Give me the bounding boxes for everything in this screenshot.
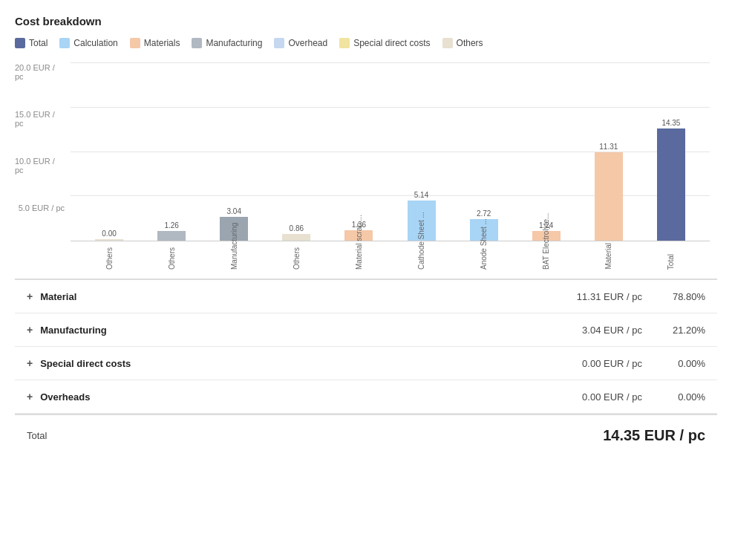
legend-label-materials: Materials: [144, 38, 180, 48]
y-label-1: 15.0 EUR / pc: [15, 110, 65, 128]
x-labels: OthersOthersManufacturingOthersMaterial …: [71, 241, 710, 271]
cost-row-1[interactable]: +Manufacturing3.04 EUR / pc21.20%: [15, 313, 717, 347]
bar-value-label-9: 14.35: [661, 119, 680, 127]
cost-row-value-2: 0.00 EUR / pc: [582, 358, 642, 369]
legend-swatch-others: [442, 38, 453, 48]
cost-table: +Material11.31 EUR / pc78.80%+Manufactur…: [15, 279, 717, 414]
legend-label-total: Total: [29, 38, 48, 48]
expand-icon-1[interactable]: +: [27, 324, 33, 336]
legend-swatch-manufacturing: [192, 38, 202, 48]
chart-area: 20.0 EUR / pc15.0 EUR / pc10.0 EUR / pc5…: [15, 63, 717, 271]
bar-value-label-5: 5.14: [414, 191, 428, 199]
cost-row-value-0: 11.31 EUR / pc: [577, 291, 642, 302]
x-label-item-6: Anode Sheet ...: [453, 241, 515, 271]
page-container: Cost breakdown TotalCalculationMaterials…: [15, 15, 717, 456]
legend-label-manufacturing: Manufacturing: [206, 38, 262, 48]
x-label-text-8: Material: [604, 243, 612, 270]
legend-item-special-direct-costs: Special direct costs: [339, 38, 430, 48]
cost-row-percent-0: 78.80%: [664, 291, 705, 302]
bars-container: 0.001.263.040.861.365.142.721.2411.3114.…: [71, 63, 710, 241]
bar-rect-8: [595, 152, 623, 241]
bar-value-label-8: 11.31: [599, 143, 618, 151]
y-label-2: 10.0 EUR / pc: [15, 157, 65, 175]
bar-8: 11.31: [595, 143, 623, 241]
expand-icon-0[interactable]: +: [27, 290, 33, 302]
cost-row-percent-3: 0.00%: [664, 391, 705, 403]
x-label-item-1: Others: [140, 241, 203, 271]
legend-swatch-materials: [130, 38, 140, 48]
total-value: 14.35 EUR / pc: [603, 427, 705, 444]
y-axis: 20.0 EUR / pc15.0 EUR / pc10.0 EUR / pc5…: [15, 63, 71, 241]
x-label-item-8: Material: [578, 241, 640, 271]
x-label-item-5: Cathode Sheet ...: [390, 241, 452, 271]
x-label-item-0: Others: [78, 241, 140, 271]
legend-label-special-direct-costs: Special direct costs: [353, 38, 430, 48]
bar-value-label-1: 1.26: [164, 221, 178, 229]
expand-icon-3[interactable]: +: [27, 391, 33, 403]
x-label-text-7: BAT Electrolyte...: [542, 241, 550, 270]
bar-group-0: 0.00: [78, 63, 140, 241]
x-label-text-2: Manufacturing: [230, 241, 238, 270]
legend-swatch-total: [15, 38, 25, 48]
bar-rect-3: [282, 234, 310, 241]
bar-rect-0: [95, 239, 123, 241]
legend-item-calculation: Calculation: [59, 38, 117, 48]
legend-swatch-calculation: [59, 38, 70, 48]
bar-value-label-0: 0.00: [102, 229, 116, 238]
legend-swatch-overhead: [274, 38, 284, 48]
total-label: Total: [27, 430, 603, 441]
bar-value-label-2: 3.04: [227, 207, 241, 215]
x-label-text-6: Anode Sheet ...: [480, 241, 488, 270]
cost-row-3[interactable]: +Overheads0.00 EUR / pc0.00%: [15, 380, 717, 414]
legend-item-total: Total: [15, 38, 48, 48]
legend-swatch-special-direct-costs: [339, 38, 350, 48]
cost-row-value-1: 3.04 EUR / pc: [582, 325, 642, 336]
page-title: Cost breakdown: [15, 15, 717, 27]
bar-3: 0.86: [282, 224, 310, 241]
legend-item-materials: Materials: [130, 38, 180, 48]
x-label-text-4: Material scrap ...: [355, 241, 363, 270]
legend-item-overhead: Overhead: [274, 38, 327, 48]
y-label-3: 5.0 EUR / pc: [19, 204, 65, 212]
bar-group-1: 1.26: [140, 63, 203, 241]
x-label-item-4: Material scrap ...: [327, 241, 390, 271]
bar-value-label-6: 2.72: [477, 209, 491, 218]
cost-row-percent-2: 0.00%: [664, 358, 705, 369]
x-label-text-3: Others: [293, 247, 301, 270]
legend-item-manufacturing: Manufacturing: [192, 38, 262, 48]
bar-group-8: 11.31: [578, 63, 640, 241]
chart-plot: 0.001.263.040.861.365.142.721.2411.3114.…: [71, 63, 710, 241]
x-label-item-2: Manufacturing: [203, 241, 265, 271]
cost-row-label-3: Overheads: [40, 391, 582, 403]
bar-value-label-3: 0.86: [290, 224, 304, 232]
bar-group-2: 3.04: [203, 63, 265, 241]
cost-row-label-0: Material: [40, 291, 577, 302]
bar-1: 1.26: [157, 221, 186, 241]
cost-row-0[interactable]: +Material11.31 EUR / pc78.80%: [15, 280, 717, 313]
bar-group-9: 14.35: [640, 63, 702, 241]
total-row: Total 14.35 EUR / pc: [15, 414, 717, 456]
legend-label-overhead: Overhead: [288, 38, 327, 48]
legend-label-calculation: Calculation: [73, 38, 117, 48]
legend: TotalCalculationMaterialsManufacturingOv…: [15, 38, 717, 48]
legend-label-others: Others: [457, 38, 483, 48]
bar-0: 0.00: [95, 229, 123, 241]
x-label-item-3: Others: [265, 241, 327, 271]
cost-row-label-2: Special direct costs: [40, 358, 582, 369]
y-label-0: 20.0 EUR / pc: [15, 63, 65, 81]
x-label-text-9: Total: [667, 254, 675, 270]
bar-rect-1: [157, 231, 186, 241]
bar-rect-9: [657, 128, 685, 241]
cost-row-label-1: Manufacturing: [40, 325, 582, 336]
x-label-text-1: Others: [168, 247, 176, 270]
bar-group-3: 0.86: [265, 63, 327, 241]
x-label-item-9: Total: [640, 241, 702, 271]
bar-9: 14.35: [657, 119, 685, 241]
bar-group-6: 2.72: [453, 63, 515, 241]
x-label-text-5: Cathode Sheet ...: [417, 241, 425, 270]
cost-row-2[interactable]: +Special direct costs0.00 EUR / pc0.00%: [15, 347, 717, 380]
legend-item-others: Others: [442, 38, 483, 48]
expand-icon-2[interactable]: +: [27, 357, 33, 369]
cost-row-percent-1: 21.20%: [664, 325, 705, 336]
cost-row-value-3: 0.00 EUR / pc: [582, 391, 642, 403]
